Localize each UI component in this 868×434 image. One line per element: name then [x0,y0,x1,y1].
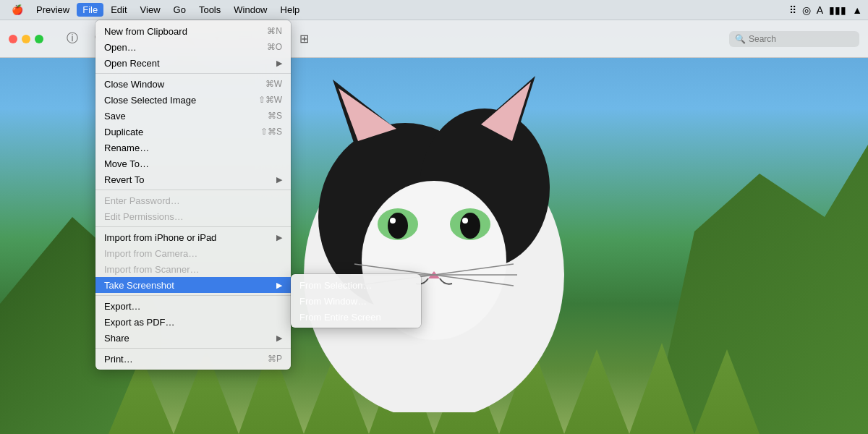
menu-item-close-window[interactable]: Close Window ⌘W [95,76,291,92]
menu-item-open[interactable]: Open… ⌘O [95,39,291,55]
menu-tools[interactable]: Tools [193,3,226,17]
minimize-button[interactable] [22,35,30,43]
svg-point-11 [460,213,480,239]
screenshot-submenu: From Selection… From Window… From Entire… [291,274,421,328]
menu-item-label: Move To… [104,158,282,169]
menu-item-save[interactable]: Save ⌘S [95,108,291,124]
search-input[interactable] [749,34,850,44]
menu-item-shortcut: ⌘O [267,42,282,52]
control-center-icon[interactable]: ⠿ [789,4,796,16]
menu-item-label: Enter Password… [104,195,282,206]
menu-item-shortcut: ⇧⌘W [258,95,282,105]
menu-view[interactable]: View [135,3,166,17]
menu-item-import-scanner: Import from Scanner… [95,261,291,277]
menu-item-duplicate[interactable]: Duplicate ⇧⌘S [95,124,291,140]
menu-item-shortcut: ⇧⌘S [260,127,282,137]
close-button[interactable] [9,35,17,43]
menu-item-import-iphone[interactable]: Import from iPhone or iPad ▶ [95,229,291,245]
menu-bar-right: ⠿ ◎ A ▮▮▮ ▲ [789,4,862,16]
menu-item-shortcut: ⌘N [267,26,282,36]
menu-item-import-camera: Import from Camera… [95,245,291,261]
menu-item-label: Export as PDF… [104,317,282,328]
menu-item-label: Import from Camera… [104,248,282,259]
menu-separator-4 [95,295,291,296]
menu-item-label: Save [104,111,265,122]
submenu-item-label: From Entire Screen [299,312,381,323]
menu-item-move-to[interactable]: Move To… [95,156,291,171]
search-icon: 🔍 [735,34,746,44]
accessibility-icon[interactable]: A [817,4,823,16]
submenu-arrow-icon: ▶ [276,233,282,242]
battery-icon[interactable]: ▮▮▮ [829,4,846,16]
menu-item-label: Close Window [104,79,263,90]
fullscreen-button[interactable] [35,35,43,43]
menu-item-label: Share [104,333,273,344]
menu-item-label: Print… [104,354,265,365]
submenu-arrow-icon: ▶ [276,281,282,290]
menu-preview[interactable]: Preview [30,3,75,17]
menu-item-label: Duplicate [104,127,258,137]
adjust-icon[interactable]: ⊞ [292,27,315,51]
menu-item-label: Rename… [104,142,282,153]
submenu-item-from-window[interactable]: From Window… [291,293,421,309]
menu-go[interactable]: Go [168,3,192,17]
menu-item-export[interactable]: Export… [95,298,291,314]
menu-item-shortcut: ⌘P [268,354,282,364]
wifi-icon[interactable]: ▲ [852,4,862,16]
menu-item-share[interactable]: Share ▶ [95,330,291,346]
submenu-arrow-icon: ▶ [276,59,282,68]
file-menu-dropdown: New from Clipboard ⌘N Open… ⌘O Open Rece… [95,20,291,370]
menu-item-revert-to[interactable]: Revert To ▶ [95,171,291,187]
submenu-item-from-entire-screen[interactable]: From Entire Screen [291,309,421,325]
menu-item-label: Edit Permissions… [104,211,282,222]
menu-item-new-from-clipboard[interactable]: New from Clipboard ⌘N [95,23,291,39]
menu-item-enter-password: Enter Password… [95,192,291,208]
info-icon[interactable]: ⓘ [61,27,84,51]
submenu-item-label: From Window… [299,296,367,307]
airdrop-icon[interactable]: ◎ [802,4,811,16]
menu-item-label: Revert To [104,174,273,185]
menu-bar: 🍎 Preview File Edit View Go Tools Window… [0,0,868,20]
menu-item-take-screenshot[interactable]: Take Screenshot ▶ From Selection… From W… [95,277,291,293]
menu-item-label: Close Selected Image [104,95,255,106]
menu-item-close-selected[interactable]: Close Selected Image ⇧⌘W [95,92,291,108]
cat-illustration [260,58,608,412]
menu-separator-3 [95,226,291,227]
menu-separator [95,73,291,74]
menu-separator-5 [95,348,291,349]
menu-help[interactable]: Help [275,3,306,17]
svg-point-12 [390,218,396,224]
menu-item-shortcut: ⌘S [268,111,282,121]
submenu-arrow-icon: ▶ [276,333,282,343]
svg-point-10 [388,213,408,239]
menu-item-print[interactable]: Print… ⌘P [95,351,291,367]
menu-item-label: Open… [104,42,264,53]
menu-item-label: Export… [104,301,282,312]
submenu-arrow-icon: ▶ [276,175,282,184]
menu-item-open-recent[interactable]: Open Recent ▶ [95,55,291,71]
menu-file[interactable]: File [77,3,103,17]
menu-edit[interactable]: Edit [105,3,132,17]
traffic-lights [9,35,43,43]
search-box[interactable]: 🔍 [729,31,859,47]
menu-separator-2 [95,190,291,190]
submenu-item-label: From Selection… [299,280,372,291]
menu-item-label: New from Clipboard [104,26,264,37]
menu-item-label: Open Recent [104,58,273,69]
menu-item-label: Import from iPhone or iPad [104,232,273,243]
menu-item-label: Import from Scanner… [104,264,282,275]
menu-bar-left: 🍎 Preview File Edit View Go Tools Window… [6,3,305,17]
menu-item-shortcut: ⌘W [265,79,282,89]
menu-item-rename[interactable]: Rename… [95,140,291,156]
menu-window[interactable]: Window [228,3,273,17]
menu-item-edit-permissions: Edit Permissions… [95,208,291,224]
menu-item-export-pdf[interactable]: Export as PDF… [95,314,291,330]
menu-item-label: Take Screenshot [104,280,273,291]
apple-menu[interactable]: 🍎 [6,3,29,17]
submenu-item-from-selection[interactable]: From Selection… [291,277,421,293]
svg-point-13 [462,218,468,224]
